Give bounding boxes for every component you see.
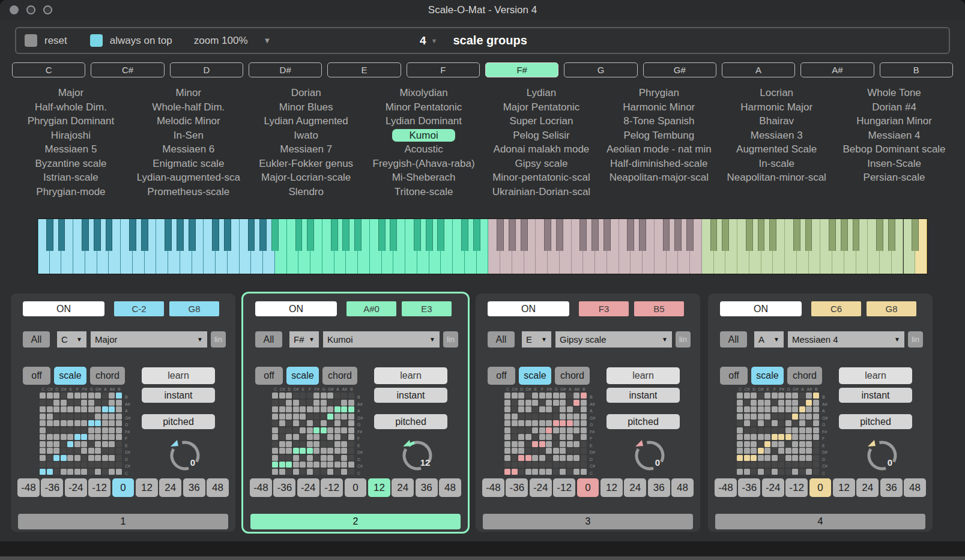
matrix-cell[interactable]: [758, 427, 764, 433]
matrix-cell[interactable]: [67, 400, 73, 406]
matrix-cell[interactable]: [348, 420, 354, 426]
instant-button[interactable]: instant: [374, 388, 447, 403]
root-note-dropdown[interactable]: A ▼: [754, 331, 784, 348]
scale-list-item[interactable]: Mi-Sheberach: [365, 170, 483, 185]
matrix-cell[interactable]: [348, 469, 354, 475]
matrix-cell[interactable]: [567, 427, 573, 433]
matrix-cell[interactable]: [286, 441, 292, 447]
matrix-cell[interactable]: [88, 406, 94, 412]
matrix-cell[interactable]: [778, 406, 784, 412]
zoom-window-icon[interactable]: [43, 5, 52, 14]
chevron-down-icon[interactable]: ▼: [431, 37, 438, 44]
black-key[interactable]: [342, 219, 349, 251]
matrix-cell[interactable]: [327, 393, 333, 399]
matrix-cell[interactable]: [758, 406, 764, 412]
matrix-cell[interactable]: [47, 406, 53, 412]
matrix-cell[interactable]: [300, 441, 306, 447]
matrix-cell[interactable]: [573, 462, 579, 468]
matrix-cell[interactable]: [778, 420, 784, 426]
matrix-cell[interactable]: [504, 400, 510, 406]
matrix-cell[interactable]: [81, 427, 87, 433]
matrix-cell[interactable]: [764, 434, 770, 440]
matrix-cell[interactable]: [813, 455, 819, 461]
matrix-cell[interactable]: [518, 469, 524, 475]
matrix-cell[interactable]: [799, 448, 805, 454]
matrix-cell[interactable]: [67, 455, 73, 461]
matrix-cell[interactable]: [792, 406, 798, 412]
transpose-button-48[interactable]: 48: [671, 478, 694, 497]
matrix-cell[interactable]: [272, 414, 278, 420]
matrix-cell[interactable]: [53, 462, 59, 468]
note-button-csharp[interactable]: C#: [91, 62, 164, 77]
transpose-button-0[interactable]: 0: [809, 478, 832, 497]
scale-list-item[interactable]: Half-whole Dim.: [12, 100, 130, 115]
matrix-cell[interactable]: [567, 420, 573, 426]
matrix-cell[interactable]: [764, 406, 770, 412]
range-high-button[interactable]: G8: [867, 301, 916, 316]
matrix-cell[interactable]: [813, 393, 819, 399]
matrix-cell[interactable]: [116, 427, 122, 433]
matrix-cell[interactable]: [518, 441, 524, 447]
matrix-cell[interactable]: [81, 448, 87, 454]
matrix-cell[interactable]: [560, 462, 566, 468]
matrix-cell[interactable]: [806, 462, 812, 468]
scale-list-item[interactable]: Bebop Dominant scale: [835, 142, 953, 157]
matrix-cell[interactable]: [321, 434, 327, 440]
matrix-cell[interactable]: [813, 462, 819, 468]
matrix-cell[interactable]: [567, 434, 573, 440]
matrix-cell[interactable]: [74, 469, 80, 475]
matrix-cell[interactable]: [792, 393, 798, 399]
matrix-cell[interactable]: [553, 427, 559, 433]
matrix-grid[interactable]: [40, 393, 123, 475]
matrix-cell[interactable]: [53, 420, 59, 426]
matrix-cell[interactable]: [553, 469, 559, 475]
matrix-cell[interactable]: [341, 406, 347, 412]
matrix-cell[interactable]: [327, 434, 333, 440]
scale-list-item[interactable]: Istrian-scale: [12, 170, 130, 185]
mode-scale-button[interactable]: scale: [286, 367, 319, 385]
scale-list-item[interactable]: Minor-pentatonic-scal: [483, 170, 600, 185]
matrix-cell[interactable]: [573, 400, 579, 406]
matrix-cell[interactable]: [764, 427, 770, 433]
matrix-cell[interactable]: [573, 427, 579, 433]
matrix-cell[interactable]: [74, 393, 80, 399]
matrix-cell[interactable]: [512, 393, 518, 399]
matrix-cell[interactable]: [334, 469, 340, 475]
matrix-cell[interactable]: [307, 414, 313, 420]
matrix-cell[interactable]: [546, 455, 552, 461]
matrix-cell[interactable]: [525, 455, 531, 461]
scale-list-item[interactable]: Whole-half Dim.: [130, 100, 247, 115]
matrix-cell[interactable]: [327, 420, 333, 426]
black-key[interactable]: [390, 219, 397, 251]
matrix-cell[interactable]: [47, 455, 53, 461]
matrix-cell[interactable]: [806, 414, 812, 420]
matrix-cell[interactable]: [573, 441, 579, 447]
matrix-cell[interactable]: [74, 427, 80, 433]
matrix-cell[interactable]: [109, 448, 115, 454]
matrix-cell[interactable]: [573, 420, 579, 426]
matrix-cell[interactable]: [532, 455, 538, 461]
scale-list-item[interactable]: Phrygian-mode: [12, 185, 130, 199]
black-key[interactable]: [46, 219, 53, 251]
matrix-cell[interactable]: [116, 434, 122, 440]
note-button-g[interactable]: G: [564, 62, 637, 77]
matrix-cell[interactable]: [348, 406, 354, 412]
transpose-button-48[interactable]: 48: [439, 478, 461, 497]
matrix-cell[interactable]: [799, 406, 805, 412]
matrix-cell[interactable]: [341, 434, 347, 440]
matrix-cell[interactable]: [560, 406, 566, 412]
matrix-cell[interactable]: [744, 400, 750, 406]
matrix-cell[interactable]: [764, 469, 770, 475]
scale-list-item[interactable]: Kumoi: [365, 128, 483, 143]
learn-button[interactable]: learn: [142, 367, 215, 384]
scale-list-item[interactable]: Minor Pentatonic: [365, 100, 483, 115]
black-key[interactable]: [627, 219, 634, 251]
matrix-cell[interactable]: [751, 434, 757, 440]
matrix-cell[interactable]: [758, 455, 764, 461]
matrix-cell[interactable]: [504, 448, 510, 454]
matrix-cell[interactable]: [307, 469, 313, 475]
matrix-cell[interactable]: [532, 427, 538, 433]
matrix-cell[interactable]: [321, 414, 327, 420]
learn-button[interactable]: learn: [607, 367, 680, 384]
matrix-cell[interactable]: [504, 406, 510, 412]
